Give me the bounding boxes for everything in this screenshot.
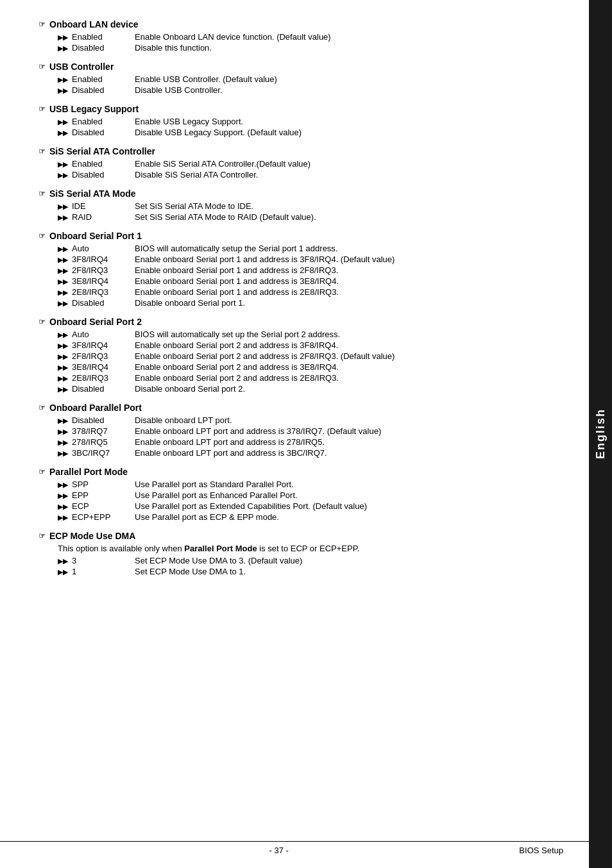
option-key: ▶▶2F8/IRQ3 xyxy=(58,265,135,275)
bullet-icon: ▶▶ xyxy=(58,44,68,53)
bullet-icon: ▶▶ xyxy=(58,503,68,511)
option-desc: Enable onboard LPT port and address is 2… xyxy=(135,437,563,447)
page-container: ☞Onboard LAN device▶▶EnabledEnable Onboa… xyxy=(0,0,612,868)
option-key: ▶▶3F8/IRQ4 xyxy=(58,255,135,264)
option-row: ▶▶DisabledDisable this function. xyxy=(58,43,563,53)
option-row: ▶▶IDESet SiS Serial ATA Mode to IDE. xyxy=(58,201,563,211)
option-row: ▶▶3E8/IRQ4Enable onboard Serial port 1 a… xyxy=(58,276,563,286)
option-desc: Enable onboard Serial port 2 and address… xyxy=(135,351,563,361)
option-desc: BIOS will automatically set up the Seria… xyxy=(135,330,563,339)
option-row: ▶▶DisabledDisable onboard Serial port 1. xyxy=(58,298,563,308)
option-key-label: 2E8/IRQ3 xyxy=(72,373,108,383)
option-key-label: 3E8/IRQ4 xyxy=(72,276,108,286)
option-desc: Disable onboard Serial port 1. xyxy=(135,298,563,308)
option-key: ▶▶Disabled xyxy=(58,128,135,137)
bullet-icon: ▶▶ xyxy=(58,118,68,126)
option-list-usb-legacy: ▶▶EnabledEnable USB Legacy Support.▶▶Dis… xyxy=(58,117,563,137)
option-row: ▶▶ECPUse Parallel port as Extended Capab… xyxy=(58,501,563,511)
option-key-label: SPP xyxy=(72,480,89,489)
option-row: ▶▶278/IRQ5Enable onboard LPT port and ad… xyxy=(58,437,563,447)
option-desc: Enable USB Controller. (Default value) xyxy=(135,74,563,84)
section-title-text-sis-sata-mode: SiS Serial ATA Mode xyxy=(49,188,136,199)
bullet-icon: ▶▶ xyxy=(58,374,68,383)
option-row: ▶▶RAIDSet SiS Serial ATA Mode to RAID (D… xyxy=(58,212,563,222)
option-key: ▶▶IDE xyxy=(58,201,135,211)
section-title-text-onboard-parallel-port: Onboard Parallel Port xyxy=(49,403,142,413)
main-content: ☞Onboard LAN device▶▶EnabledEnable Onboa… xyxy=(0,0,589,868)
option-key-label: 3E8/IRQ4 xyxy=(72,362,108,372)
section-onboard-lan: ☞Onboard LAN device▶▶EnabledEnable Onboa… xyxy=(38,19,563,53)
option-row: ▶▶DisabledDisable SiS Serial ATA Control… xyxy=(58,170,563,179)
section-title-onboard-parallel-port: ☞Onboard Parallel Port xyxy=(38,403,563,413)
option-desc: Enable onboard LPT port and address is 3… xyxy=(135,448,563,458)
bullet-icon: ▶▶ xyxy=(58,342,68,350)
bullet-icon: ▶▶ xyxy=(58,438,68,447)
option-row: ▶▶3E8/IRQ4Enable onboard Serial port 2 a… xyxy=(58,362,563,372)
option-key: ▶▶3BC/IRQ7 xyxy=(58,448,135,458)
section-title-text-onboard-serial-port-1: Onboard Serial Port 1 xyxy=(49,231,142,241)
option-key-label: 2F8/IRQ3 xyxy=(72,265,108,275)
option-key-label: RAID xyxy=(72,212,92,222)
section-onboard-serial-port-2: ☞Onboard Serial Port 2▶▶AutoBIOS will au… xyxy=(38,317,563,394)
option-desc: Use Parallel port as Standard Parallel P… xyxy=(135,480,563,489)
option-key-label: Disabled xyxy=(72,85,105,95)
section-ecp-mode-dma: ☞ECP Mode Use DMAThis option is availabl… xyxy=(38,531,563,576)
sidebar-tab: English xyxy=(589,0,612,868)
option-key: ▶▶SPP xyxy=(58,480,135,489)
bullet-icon: ▶▶ xyxy=(58,449,68,458)
option-desc: BIOS will automatically setup the Serial… xyxy=(135,244,563,253)
option-row: ▶▶3F8/IRQ4Enable onboard Serial port 2 a… xyxy=(58,340,563,350)
option-key-label: Disabled xyxy=(72,128,105,137)
option-desc: Disable onboard LPT port. xyxy=(135,415,563,425)
option-desc: Enable USB Legacy Support. xyxy=(135,117,563,126)
section-title-sis-sata-controller: ☞SiS Serial ATA Controller xyxy=(38,146,563,156)
footer-page: - 37 - xyxy=(38,846,519,855)
option-desc: Enable Onboard LAN device function. (Def… xyxy=(135,32,563,42)
option-key-label: Enabled xyxy=(72,32,103,42)
arrow-icon: ☞ xyxy=(38,147,46,156)
option-desc: Enable onboard Serial port 2 and address… xyxy=(135,373,563,383)
bullet-icon: ▶▶ xyxy=(58,87,68,95)
bullet-icon: ▶▶ xyxy=(58,267,68,275)
option-key: ▶▶1 xyxy=(58,567,135,576)
option-desc: Enable onboard Serial port 1 and address… xyxy=(135,265,563,275)
option-key-label: Enabled xyxy=(72,159,103,169)
section-title-onboard-serial-port-1: ☞Onboard Serial Port 1 xyxy=(38,231,563,241)
section-title-sis-sata-mode: ☞SiS Serial ATA Mode xyxy=(38,188,563,199)
section-title-onboard-lan: ☞Onboard LAN device xyxy=(38,19,563,29)
option-list-ecp-mode-dma: ▶▶3Set ECP Mode Use DMA to 3. (Default v… xyxy=(58,556,563,576)
option-desc: Set SiS Serial ATA Mode to IDE. xyxy=(135,201,563,211)
option-row: ▶▶SPPUse Parallel port as Standard Paral… xyxy=(58,480,563,489)
bullet-icon: ▶▶ xyxy=(58,568,68,576)
option-row: ▶▶DisabledDisable onboard LPT port. xyxy=(58,415,563,425)
arrow-icon: ☞ xyxy=(38,231,46,240)
option-row: ▶▶DisabledDisable USB Legacy Support. (D… xyxy=(58,128,563,137)
option-list-usb-controller: ▶▶EnabledEnable USB Controller. (Default… xyxy=(58,74,563,95)
arrow-icon: ☞ xyxy=(38,467,46,476)
bullet-icon: ▶▶ xyxy=(58,557,68,565)
option-key: ▶▶3E8/IRQ4 xyxy=(58,276,135,286)
option-key: ▶▶2E8/IRQ3 xyxy=(58,373,135,383)
option-key-label: 1 xyxy=(72,567,76,576)
bullet-icon: ▶▶ xyxy=(58,245,68,253)
option-key: ▶▶Disabled xyxy=(58,43,135,53)
option-key: ▶▶Disabled xyxy=(58,415,135,425)
footer-label: BIOS Setup xyxy=(519,846,563,855)
option-key-label: EPP xyxy=(72,490,89,500)
option-desc: Enable onboard Serial port 1 and address… xyxy=(135,287,563,297)
bullet-icon: ▶▶ xyxy=(58,76,68,84)
section-parallel-port-mode: ☞Parallel Port Mode▶▶SPPUse Parallel por… xyxy=(38,467,563,522)
section-sis-sata-controller: ☞SiS Serial ATA Controller▶▶EnabledEnabl… xyxy=(38,146,563,179)
option-desc: Enable onboard Serial port 2 and address… xyxy=(135,362,563,372)
option-row: ▶▶3F8/IRQ4Enable onboard Serial port 1 a… xyxy=(58,255,563,264)
option-key-label: 3BC/IRQ7 xyxy=(72,448,110,458)
option-desc: Enable onboard Serial port 1 and address… xyxy=(135,255,563,264)
ecp-note: This option is available only when Paral… xyxy=(58,544,563,553)
option-key: ▶▶3F8/IRQ4 xyxy=(58,340,135,350)
option-desc: Disable USB Legacy Support. (Default val… xyxy=(135,128,563,137)
option-row: ▶▶EnabledEnable SiS Serial ATA Controlle… xyxy=(58,159,563,169)
section-onboard-parallel-port: ☞Onboard Parallel Port▶▶DisabledDisable … xyxy=(38,403,563,458)
option-row: ▶▶AutoBIOS will automatically setup the … xyxy=(58,244,563,253)
arrow-icon: ☞ xyxy=(38,189,46,198)
option-key: ▶▶Auto xyxy=(58,330,135,339)
